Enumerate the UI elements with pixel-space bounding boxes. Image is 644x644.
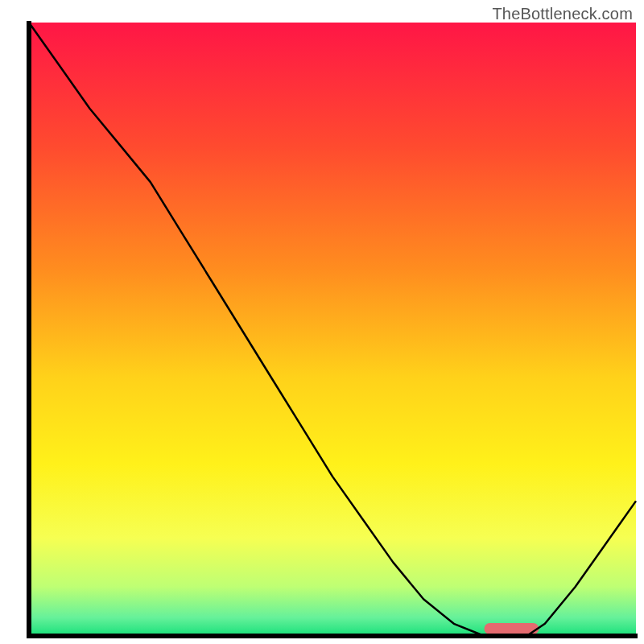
bottleneck-chart (0, 0, 644, 644)
gradient-background (29, 23, 636, 636)
chart-container: TheBottleneck.com (0, 0, 644, 644)
watermark-text: TheBottleneck.com (492, 5, 633, 23)
